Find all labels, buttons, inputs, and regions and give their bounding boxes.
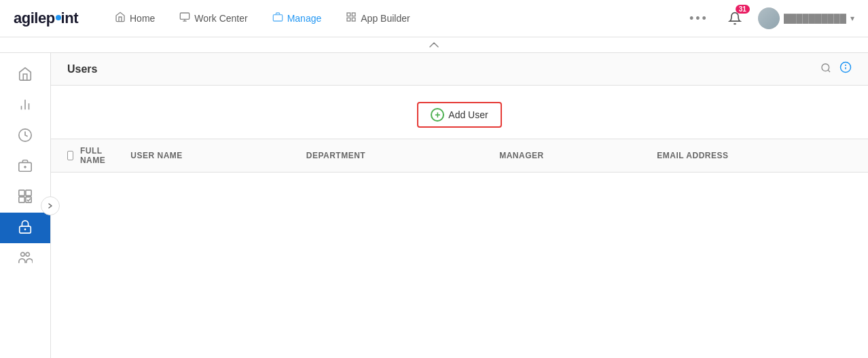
nav-right: • • • 31 ██████████ ▾: [684, 6, 854, 31]
user-menu[interactable]: ██████████ ▾: [758, 7, 854, 29]
collapse-bar[interactable]: [0, 37, 868, 53]
nav-home-label: Home: [130, 13, 155, 24]
header-actions: [820, 61, 852, 77]
sidebar-item-users-grid[interactable]: [0, 243, 50, 274]
search-icon: [820, 62, 831, 73]
col-manager-label: MANAGER: [499, 151, 544, 160]
col-fullname-label: FULL NAME: [80, 146, 109, 165]
sidebar: [0, 53, 51, 358]
add-user-button[interactable]: + Add User: [417, 102, 501, 128]
chart-icon: [18, 97, 33, 114]
col-username-label: USER NAME: [130, 151, 183, 160]
notification-badge: 31: [736, 5, 750, 14]
lock-icon: [18, 219, 33, 236]
more-dot2: •: [695, 12, 700, 26]
nav-manage[interactable]: Manage: [263, 7, 331, 29]
nav-manage-label: Manage: [287, 13, 322, 24]
grid-check-icon: [18, 189, 33, 206]
more-dot3: •: [702, 12, 706, 26]
notification-button[interactable]: 31: [723, 6, 747, 31]
nav-workcenter-label: Work Center: [194, 13, 247, 24]
col-checkbox-header[interactable]: FULL NAME: [51, 139, 120, 173]
sidebar-item-tasks[interactable]: [0, 151, 50, 182]
nav-items: Home Work Center Manage App Builder: [105, 7, 684, 29]
main-layout: Users + Add User: [0, 53, 868, 358]
nav-workcenter[interactable]: Work Center: [170, 7, 257, 29]
avatar: [758, 7, 780, 29]
users-table: FULL NAME USER NAME DEPARTMENT MANAGER E…: [51, 139, 868, 173]
svg-rect-7: [352, 18, 356, 21]
col-department-header: DEPARTMENT: [295, 139, 488, 173]
content-area: Users + Add User: [51, 53, 868, 358]
info-icon: [839, 61, 852, 73]
sidebar-item-home[interactable]: [0, 60, 50, 90]
nav-appbuilder[interactable]: App Builder: [336, 7, 419, 29]
bell-icon: [728, 12, 742, 25]
logo[interactable]: agilepint: [14, 10, 78, 27]
search-button[interactable]: [820, 62, 831, 76]
clock-icon: [18, 128, 33, 145]
svg-point-20: [24, 228, 26, 230]
sidebar-item-history[interactable]: [0, 121, 50, 151]
sidebar-item-security[interactable]: [0, 213, 50, 243]
info-button[interactable]: [839, 61, 852, 77]
svg-point-23: [822, 64, 829, 71]
svg-point-21: [21, 253, 24, 257]
top-navigation: agilepint Home Work Center Manage App: [0, 0, 868, 37]
col-email-header: EMAIL ADDRESS: [646, 139, 868, 173]
chevron-down-icon: ▾: [850, 14, 854, 23]
page-header: Users: [51, 53, 868, 86]
briefcase-icon: [272, 12, 283, 25]
plus-icon: +: [431, 108, 444, 122]
col-username-header: USER NAME: [120, 139, 295, 173]
grid-icon: [346, 12, 357, 25]
monitor-icon: [179, 12, 190, 25]
add-user-container: + Add User: [51, 86, 868, 139]
tasks-briefcase-icon: [18, 158, 33, 175]
chevron-up-icon: [429, 42, 439, 48]
col-email-label: EMAIL ADDRESS: [657, 151, 728, 160]
svg-rect-17: [19, 197, 24, 202]
sidebar-item-analytics[interactable]: [0, 90, 50, 121]
select-all-checkbox[interactable]: [67, 151, 73, 160]
col-department-label: DEPARTMENT: [306, 151, 365, 160]
home-sidebar-icon: [18, 67, 33, 84]
sidebar-toggle-button[interactable]: [41, 196, 60, 215]
svg-rect-18: [26, 197, 31, 202]
col-manager-header: MANAGER: [488, 139, 646, 173]
svg-rect-6: [347, 18, 350, 21]
more-dot1: •: [689, 12, 693, 26]
svg-rect-3: [273, 15, 282, 21]
svg-rect-15: [19, 190, 24, 196]
page-title: Users: [67, 63, 97, 75]
svg-line-24: [828, 70, 830, 72]
nav-appbuilder-label: App Builder: [361, 13, 410, 24]
user-name: ██████████: [784, 14, 846, 24]
collapse-button[interactable]: [426, 39, 442, 50]
nav-more-button[interactable]: • • •: [684, 9, 712, 29]
svg-point-22: [26, 253, 29, 257]
add-user-label: Add User: [448, 109, 488, 120]
logo-text: agilepint: [14, 10, 78, 27]
chevron-right-icon: [47, 202, 54, 209]
svg-rect-4: [347, 13, 350, 16]
users-grid-icon: [18, 250, 33, 267]
home-icon: [115, 12, 126, 25]
svg-rect-0: [181, 13, 189, 19]
svg-rect-5: [352, 13, 356, 16]
svg-rect-16: [26, 190, 31, 196]
nav-home[interactable]: Home: [105, 7, 164, 29]
